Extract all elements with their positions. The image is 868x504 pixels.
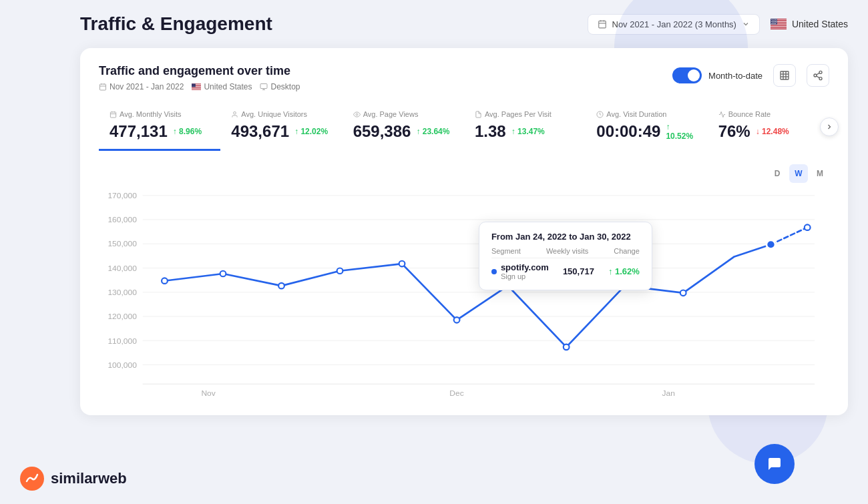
clock-metric-icon xyxy=(596,111,604,118)
chart-point xyxy=(680,290,686,296)
tooltip-visits: 150,717 xyxy=(563,266,594,276)
meta-device-text: Desktop xyxy=(270,82,300,91)
line-chart: 170,000 160,000 150,000 140,000 130,000 … xyxy=(99,188,829,402)
chart-point xyxy=(278,283,284,289)
svg-point-62 xyxy=(819,77,822,80)
chat-button[interactable] xyxy=(754,444,795,484)
card-title-area: Traffic and engagement over time Nov 202… xyxy=(99,64,300,91)
svg-point-25 xyxy=(775,20,775,21)
metrics-next-button[interactable] xyxy=(820,117,839,136)
chat-icon xyxy=(767,456,783,472)
svg-point-22 xyxy=(776,19,777,20)
card-actions: Month-to-date xyxy=(672,64,829,87)
svg-point-27 xyxy=(771,21,772,22)
svg-point-38 xyxy=(774,23,775,24)
meta-date: Nov 2021 - Jan 2022 xyxy=(99,82,184,91)
svg-point-70 xyxy=(356,113,358,115)
svg-text:Nov: Nov xyxy=(201,389,215,399)
chart-line-dashed xyxy=(771,228,807,245)
share-icon xyxy=(813,70,823,81)
desktop-icon xyxy=(260,83,268,91)
svg-point-29 xyxy=(774,21,775,22)
card-meta: Nov 2021 - Jan 2022 United States xyxy=(99,82,300,91)
calendar-meta-icon xyxy=(99,83,107,91)
bounce-metric-icon xyxy=(718,111,726,118)
metric-monthly-visits-value: 477,131 ↑ 8.96% xyxy=(110,122,210,141)
excel-export-button[interactable] xyxy=(773,64,796,87)
country-filter[interactable]: United States xyxy=(771,19,848,29)
svg-point-35 xyxy=(776,22,777,23)
chart-point xyxy=(805,224,811,230)
metric-pages-per-visit-label: Avg. Pages Per Visit xyxy=(475,110,575,118)
svg-point-31 xyxy=(776,21,777,22)
svg-point-20 xyxy=(774,19,775,20)
metric-visit-duration-value: 00:00:49 ↑ 10.52% xyxy=(596,122,696,141)
metric-pages-per-visit-value: 1.38 ↑ 13.47% xyxy=(475,122,575,141)
svg-text:100,000: 100,000 xyxy=(107,360,137,370)
metric-bounce-rate-value: 76% ↓ 12.48% xyxy=(718,122,819,141)
svg-rect-16 xyxy=(771,29,787,29)
tooltip-segment: spotify.com Sign up xyxy=(491,262,549,280)
metric-pages-per-visit[interactable]: Avg. Pages Per Visit 1.38 ↑ 13.47% xyxy=(464,102,586,151)
meta-device: Desktop xyxy=(260,82,300,91)
svg-rect-65 xyxy=(110,111,116,117)
metric-unique-visitors-value: 493,671 ↑ 12.02% xyxy=(231,122,331,141)
metrics-row: Avg. Monthly Visits 477,131 ↑ 8.96% Avg.… xyxy=(99,102,829,151)
metric-visit-duration-label: Avg. Visit Duration xyxy=(596,110,696,118)
country-label: United States xyxy=(792,19,848,29)
metric-visit-duration[interactable]: Avg. Visit Duration 00:00:49 ↑ 10.52% xyxy=(586,102,707,151)
metric-unique-visitors-change: ↑ 12.02% xyxy=(294,127,328,136)
chart-point xyxy=(337,268,343,274)
svg-point-26 xyxy=(776,20,777,21)
svg-point-30 xyxy=(775,21,776,22)
svg-rect-52 xyxy=(260,84,267,89)
meta-country: United States xyxy=(192,82,252,91)
svg-point-18 xyxy=(771,19,772,20)
metric-bounce-rate-label: Bounce Rate xyxy=(718,110,819,118)
chart-point xyxy=(564,344,570,350)
svg-text:140,000: 140,000 xyxy=(107,264,137,273)
svg-text:160,000: 160,000 xyxy=(107,215,137,224)
svg-rect-0 xyxy=(598,21,606,27)
month-to-date-toggle[interactable] xyxy=(672,67,702,83)
meta-date-text: Nov 2021 - Jan 2022 xyxy=(110,82,184,91)
similarweb-logo-text: similarweb xyxy=(51,470,127,487)
toggle-knob xyxy=(688,69,700,81)
tooltip-col-segment: Segment xyxy=(491,247,521,255)
tooltip-dot xyxy=(491,269,497,274)
chart-granularity-controls: D W M xyxy=(99,164,829,183)
flag-meta-icon xyxy=(192,83,201,90)
granularity-day-button[interactable]: D xyxy=(768,164,787,183)
tooltip-header: Segment Weekly visits Change xyxy=(491,247,640,258)
svg-text:170,000: 170,000 xyxy=(107,191,137,200)
tooltip-col-change: Change xyxy=(614,247,640,255)
svg-text:120,000: 120,000 xyxy=(107,312,137,321)
svg-point-28 xyxy=(773,21,773,22)
chart-point xyxy=(162,278,168,284)
us-flag-icon xyxy=(771,19,787,29)
metric-page-views-value: 659,386 ↑ 23.64% xyxy=(353,122,453,141)
svg-line-64 xyxy=(817,73,820,75)
svg-point-21 xyxy=(775,19,776,20)
granularity-week-button[interactable]: W xyxy=(789,164,808,183)
page-title: Traffic & Engagement xyxy=(80,13,272,35)
svg-text:150,000: 150,000 xyxy=(107,240,137,249)
svg-text:110,000: 110,000 xyxy=(107,336,137,346)
svg-line-63 xyxy=(817,76,820,78)
metric-bounce-rate[interactable]: Bounce Rate 76% ↓ 12.48% xyxy=(708,102,829,151)
svg-text:Dec: Dec xyxy=(449,389,463,399)
granularity-month-button[interactable]: M xyxy=(811,164,829,183)
toggle-group: Month-to-date xyxy=(672,67,763,83)
svg-point-37 xyxy=(773,23,773,24)
chart-point-active xyxy=(767,240,775,249)
metric-unique-visitors[interactable]: Avg. Unique Visitors 493,671 ↑ 12.02% xyxy=(220,102,342,151)
metric-page-views[interactable]: Avg. Page Views 659,386 ↑ 23.64% xyxy=(343,102,464,151)
share-button[interactable] xyxy=(807,64,829,87)
svg-text:Jan: Jan xyxy=(662,389,675,399)
metric-monthly-visits[interactable]: Avg. Monthly Visits 477,131 ↑ 8.96% xyxy=(99,102,220,151)
tooltip-sub: Sign up xyxy=(501,272,549,280)
svg-point-36 xyxy=(771,23,772,24)
tooltip-data-row: spotify.com Sign up 150,717 ↑ 1.62% xyxy=(491,262,640,280)
main-card: Traffic and engagement over time Nov 202… xyxy=(80,48,848,415)
svg-point-23 xyxy=(772,20,773,21)
